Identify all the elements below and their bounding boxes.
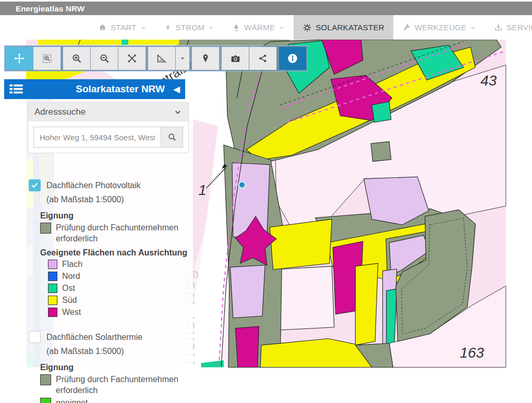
legend-entry: Ost	[48, 283, 189, 294]
droplet-icon	[232, 23, 240, 32]
zoom-out-icon	[99, 53, 110, 64]
measure-icon	[156, 53, 167, 64]
legend-group-eignung-pv: Eignung Prüfung durch Fachunternehmen er…	[40, 211, 189, 317]
legend-swatch	[48, 284, 57, 293]
wrench-icon	[402, 23, 411, 32]
legend-entry: West	[48, 307, 189, 317]
nav-item-strom[interactable]: STROM	[155, 15, 224, 40]
screenshot-button[interactable]	[222, 47, 249, 70]
nav-item-werkzeuge[interactable]: WERKZEUGE	[393, 15, 485, 40]
address-search-section: Adresssuche	[28, 102, 189, 153]
legend-swatch	[40, 223, 51, 234]
zoom-rectangle-button[interactable]	[33, 47, 61, 70]
panel-collapse-button[interactable]: ◀	[173, 85, 180, 94]
search-result-marker	[239, 181, 246, 188]
layer-row-solarthermie[interactable]: Dachflächen Solarthermie	[29, 331, 189, 343]
chevron-down-icon	[140, 25, 147, 31]
address-search-input[interactable]	[33, 127, 161, 148]
download-icon	[494, 23, 503, 32]
panel-title: Solarkataster NRW	[23, 83, 165, 95]
parcel-label-163: 163	[460, 345, 484, 361]
legend-entry: Prüfung durch Fachunternehmen erforderli…	[40, 222, 189, 244]
legend-swatch	[40, 398, 51, 403]
share-button[interactable]	[249, 47, 276, 70]
checkbox-checked[interactable]	[29, 179, 41, 191]
layer-list: Dachflächen Photovoltaik (ab Maßstab 1:5…	[28, 179, 189, 403]
layer-row-photovoltaik[interactable]: Dachflächen Photovoltaik	[29, 179, 189, 191]
checkbox-unchecked[interactable]	[29, 331, 41, 343]
legend-entry: Süd	[48, 295, 189, 306]
full-extent-button[interactable]	[118, 47, 146, 70]
house-number-1: 1	[198, 182, 207, 198]
layer-scale-note: (ab Maßstab 1:5000)	[46, 347, 189, 356]
legend-entry: Prüfung durch Fachunternehmen erforderli…	[40, 374, 189, 396]
bolt-icon	[164, 23, 172, 32]
share-icon	[258, 53, 268, 64]
measure-menu-button[interactable]	[176, 47, 189, 70]
layer-scale-note: (ab Maßstab 1:5000)	[46, 195, 189, 204]
nav-item-solarkataster[interactable]: SOLARKATASTER	[294, 15, 393, 40]
nav-item-waerme[interactable]: WÄRME	[223, 15, 294, 40]
camera-icon	[230, 53, 241, 64]
pan-button[interactable]	[6, 47, 33, 70]
legend-swatch	[48, 260, 57, 269]
chevron-down-icon	[174, 108, 182, 116]
expand-icon	[126, 53, 138, 64]
map-pin-icon	[200, 53, 211, 64]
check-icon	[31, 181, 39, 189]
app-titlebar: Energieatlas NRW	[0, 2, 532, 15]
info-button[interactable]	[279, 47, 306, 70]
address-search-header[interactable]: Adresssuche	[28, 103, 188, 121]
layer-list-icon[interactable]	[9, 84, 23, 94]
app-title: Energieatlas NRW	[16, 4, 84, 13]
main-nav: START STROM WÄRME SOLARKATASTER WERKZEUG…	[0, 15, 532, 40]
info-icon	[287, 53, 298, 64]
map-toolbar	[4, 45, 308, 71]
legend-swatch	[48, 296, 57, 305]
parcel-label-43: 43	[480, 72, 497, 89]
move-icon	[14, 53, 25, 64]
layer-label: Dachflächen Solarthermie	[46, 333, 142, 342]
search-icon	[167, 132, 177, 142]
legend-swatch	[48, 308, 57, 317]
chevron-down-icon	[208, 25, 214, 31]
caret-down-icon	[179, 55, 186, 62]
home-icon	[98, 23, 107, 32]
zoom-in-icon	[71, 53, 82, 64]
legend-swatch	[40, 374, 51, 385]
zoom-in-button[interactable]	[63, 47, 90, 70]
marker-button[interactable]	[192, 47, 219, 70]
nav-item-start[interactable]: START	[89, 15, 155, 40]
chevron-down-icon	[470, 25, 476, 31]
legend-swatch	[48, 272, 57, 281]
legend-group-eignung-st: Eignung Prüfung durch Fachunternehmen er…	[40, 363, 189, 403]
legend-entry: Flach	[48, 259, 189, 270]
zoom-out-button[interactable]	[91, 47, 118, 70]
layer-label: Dachflächen Photovoltaik	[46, 181, 141, 190]
chevron-down-icon	[279, 25, 285, 31]
legend-entry: geeignet	[40, 397, 189, 403]
measure-button[interactable]	[148, 47, 175, 70]
sun-icon	[303, 23, 312, 32]
nav-item-service[interactable]: SERVICE	[485, 15, 532, 40]
legend-entry: Nord	[48, 271, 189, 282]
panel-header: Solarkataster NRW ◀	[4, 79, 185, 99]
zoom-box-icon	[42, 53, 53, 64]
address-search-button[interactable]	[161, 127, 183, 148]
panel-body: Adresssuche Dachflächen Photovoltaik (ab…	[23, 99, 193, 403]
